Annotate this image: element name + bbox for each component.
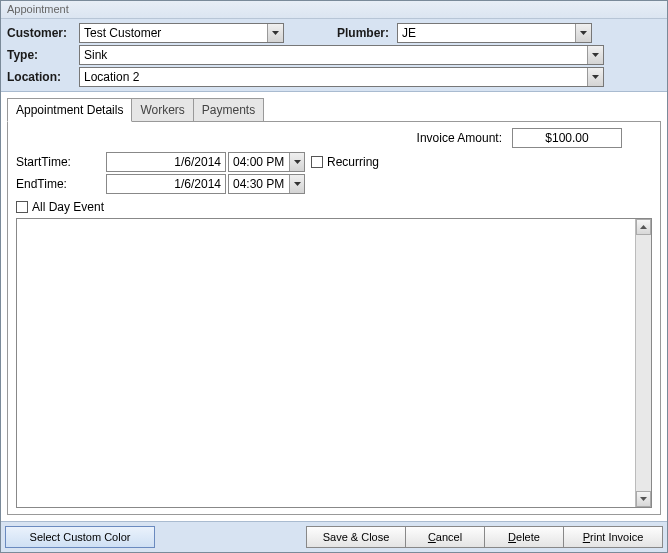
start-time-field[interactable]: 04:00 PM — [228, 152, 305, 172]
type-value: Sink — [80, 46, 587, 64]
type-combo[interactable]: Sink — [79, 45, 604, 65]
recurring-label: Recurring — [327, 155, 379, 169]
svg-marker-6 — [640, 225, 647, 229]
tab-strip: Appointment Details Workers Payments — [7, 98, 661, 122]
start-time-value: 04:00 PM — [229, 153, 289, 171]
customer-value: Test Customer — [80, 24, 267, 42]
plumber-value: JE — [398, 24, 575, 42]
svg-marker-0 — [272, 31, 279, 35]
location-label: Location: — [7, 70, 79, 84]
invoice-amount-field[interactable]: $100.00 — [512, 128, 622, 148]
plumber-label: Plumber: — [312, 26, 397, 40]
tab-page-details: Invoice Amount: $100.00 StartTime: 1/6/2… — [7, 121, 661, 515]
tab-appointment-details[interactable]: Appointment Details — [7, 98, 132, 122]
all-day-label: All Day Event — [32, 200, 104, 214]
svg-marker-7 — [640, 497, 647, 501]
cancel-button[interactable]: Cancel — [405, 526, 485, 548]
chevron-down-icon[interactable] — [267, 24, 283, 42]
chevron-down-icon[interactable] — [587, 46, 603, 64]
svg-marker-4 — [294, 160, 301, 164]
location-combo[interactable]: Location 2 — [79, 67, 604, 87]
start-time-label: StartTime: — [16, 155, 106, 169]
chevron-down-icon[interactable] — [587, 68, 603, 86]
end-date-field[interactable]: 1/6/2014 — [106, 174, 226, 194]
chevron-down-icon[interactable] — [575, 24, 591, 42]
tab-payments[interactable]: Payments — [193, 98, 264, 122]
recurring-checkbox[interactable]: Recurring — [311, 155, 379, 169]
scroll-down-icon[interactable] — [636, 491, 651, 507]
type-label: Type: — [7, 48, 79, 62]
customer-combo[interactable]: Test Customer — [79, 23, 284, 43]
end-time-label: EndTime: — [16, 177, 106, 191]
save-close-button[interactable]: Save & Close — [306, 526, 406, 548]
delete-button[interactable]: Delete — [484, 526, 564, 548]
invoice-amount-label: Invoice Amount: — [417, 131, 502, 145]
customer-label: Customer: — [7, 26, 79, 40]
plumber-combo[interactable]: JE — [397, 23, 592, 43]
footer-bar: Select Custom Color Save & Close Cancel … — [1, 521, 667, 552]
tab-workers[interactable]: Workers — [131, 98, 193, 122]
end-time-field[interactable]: 04:30 PM — [228, 174, 305, 194]
svg-marker-5 — [294, 182, 301, 186]
notes-textarea[interactable] — [16, 218, 652, 508]
scroll-up-icon[interactable] — [636, 219, 651, 235]
all-day-checkbox[interactable]: All Day Event — [16, 200, 652, 214]
svg-marker-3 — [592, 75, 599, 79]
select-custom-color-button[interactable]: Select Custom Color — [5, 526, 155, 548]
window-title: Appointment — [1, 1, 667, 19]
scrollbar[interactable] — [635, 219, 651, 507]
end-time-value: 04:30 PM — [229, 175, 289, 193]
chevron-down-icon[interactable] — [289, 153, 304, 171]
checkbox-icon — [311, 156, 323, 168]
print-invoice-button[interactable]: Print Invoice — [563, 526, 663, 548]
chevron-down-icon[interactable] — [289, 175, 304, 193]
appointment-window: Appointment Customer: Test Customer Plum… — [0, 0, 668, 553]
start-date-field[interactable]: 1/6/2014 — [106, 152, 226, 172]
checkbox-icon — [16, 201, 28, 213]
location-value: Location 2 — [80, 68, 587, 86]
header-panel: Customer: Test Customer Plumber: JE Type… — [1, 19, 667, 92]
svg-marker-2 — [592, 53, 599, 57]
svg-marker-1 — [580, 31, 587, 35]
body-panel: Appointment Details Workers Payments Inv… — [1, 92, 667, 521]
